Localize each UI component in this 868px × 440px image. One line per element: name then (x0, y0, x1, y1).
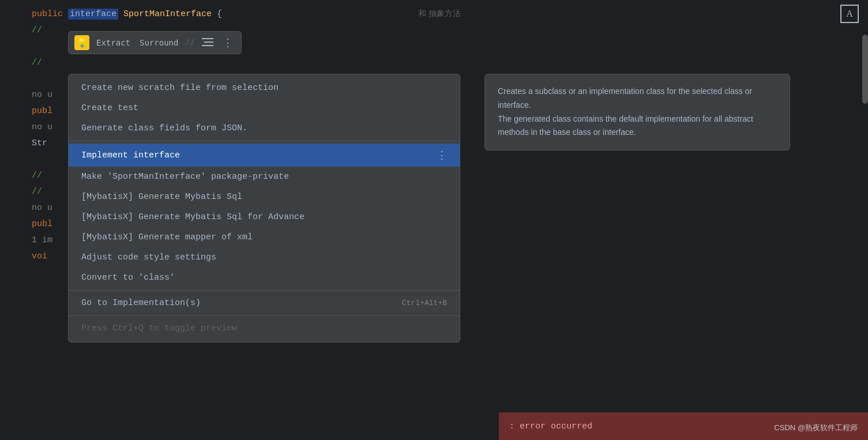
indent-button[interactable] (200, 36, 216, 50)
menu-more-icon: ⋮ (437, 149, 447, 161)
menu-item-label: Convert to 'class' (81, 273, 175, 283)
menu-item-label: Press Ctrl+Q to toggle preview (81, 324, 237, 333)
code-content: no u (32, 122, 52, 132)
menu-item-generate-json[interactable]: Generate class fields form JSON. (69, 118, 460, 138)
chinese-comment: 和 抽象方法 (418, 9, 461, 19)
menu-separator-1 (69, 141, 460, 141)
menu-item-label: Create test (81, 103, 138, 113)
code-content: public interface SportManInterface { (32, 9, 222, 19)
code-content: // (32, 58, 42, 67)
menu-item-adjust-code-style[interactable]: Adjust code style settings (69, 247, 460, 268)
scrollbar-track (862, 0, 868, 440)
intention-toolbar: 💡 Extract Surround // ⋮ (68, 31, 242, 54)
menu-separator-2 (69, 290, 460, 291)
svg-rect-0 (202, 38, 213, 39)
code-content: 1 im (32, 235, 52, 245)
code-content: Str (32, 138, 47, 148)
intention-bulb-icon[interactable]: 💡 (74, 35, 89, 50)
scrollbar-thumb[interactable] (862, 35, 868, 104)
description-tooltip: Creates a subclass or an implementation … (484, 74, 790, 151)
menu-item-convert-to-class[interactable]: Convert to 'class' (69, 268, 460, 288)
menu-item-label: Create new scratch file from selection (81, 83, 279, 93)
svg-rect-1 (204, 42, 213, 43)
code-content: // (32, 25, 42, 35)
svg-rect-2 (202, 45, 213, 46)
watermark: CSDN @熟夜软件工程师 (774, 423, 858, 433)
code-line-4: // (0, 54, 868, 70)
menu-item-mybatisx-sql-advance[interactable]: [MybatisX] Generate Mybatis Sql for Adva… (69, 207, 460, 227)
code-content: no u (32, 90, 52, 100)
menu-item-label: Go to Implementation(s) (81, 298, 201, 308)
surround-button[interactable]: Surround (137, 37, 181, 48)
more-options-button[interactable]: ⋮ (220, 35, 235, 50)
menu-item-make-package-private[interactable]: Make 'SportManInterface' package-private (69, 167, 460, 187)
font-size-icon[interactable]: A (840, 5, 859, 23)
menu-item-label: Adjust code style settings (81, 253, 216, 262)
menu-item-mybatisx-sql[interactable]: [MybatisX] Generate Mybatis Sql (69, 187, 460, 207)
code-content: // (32, 171, 42, 180)
shortcut-label: Ctrl+Alt+B (402, 299, 447, 307)
context-menu: Create new scratch file from selection C… (68, 74, 460, 343)
toolbar-separator-1: // (185, 38, 195, 47)
menu-item-label: [MybatisX] Generate Mybatis Sql for Adva… (81, 212, 305, 222)
menu-item-label: [MybatisX] Generate mapper of xml (81, 232, 253, 242)
menu-item-press-ctrl-q: Press Ctrl+Q to toggle preview (69, 318, 460, 339)
code-line-1: public interface SportManInterface { 和 抽… (0, 6, 868, 22)
extract-button[interactable]: Extract (94, 37, 133, 48)
menu-item-create-scratch[interactable]: Create new scratch file from selection (69, 78, 460, 98)
menu-item-implement-interface[interactable]: Implement interface ⋮ (69, 144, 460, 167)
menu-item-create-test[interactable]: Create test (69, 98, 460, 118)
menu-item-go-to-impl[interactable]: Go to Implementation(s) Ctrl+Alt+B (69, 293, 460, 313)
code-content: no u (32, 203, 52, 213)
error-text: : error occurred (509, 422, 592, 431)
menu-item-label: Implement interface (81, 151, 180, 160)
menu-item-label: Make 'SportManInterface' package-private (81, 172, 289, 182)
code-content: publ (32, 106, 52, 116)
menu-separator-3 (69, 315, 460, 316)
code-content: publ (32, 219, 52, 229)
description-text: Creates a subclass or an implementation … (498, 85, 777, 140)
menu-item-label: Generate class fields form JSON. (81, 123, 247, 133)
menu-item-mybatisx-mapper[interactable]: [MybatisX] Generate mapper of xml (69, 227, 460, 247)
menu-item-label: [MybatisX] Generate Mybatis Sql (81, 192, 242, 202)
code-content: voi (32, 251, 47, 261)
code-content: // (32, 187, 42, 197)
